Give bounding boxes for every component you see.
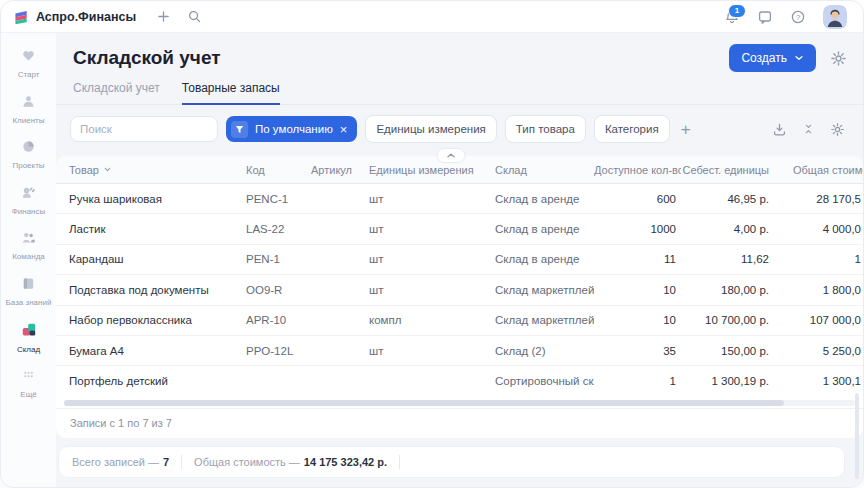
table-cell: Склад в аренде [490,223,594,235]
create-button[interactable]: Создать [729,44,816,72]
sidebar-item-label: Старт [18,70,40,80]
column-header[interactable]: Артикул [306,164,364,176]
remove-filter-icon[interactable]: × [340,123,348,136]
column-header[interactable]: Склад [490,164,594,176]
sidebar-item-start[interactable]: Старт [1,42,56,86]
column-header[interactable]: Доступное кол-во [594,164,681,176]
collapse-filters-pill[interactable] [437,148,466,163]
tab-warehouse-accounting[interactable]: Складской учет [73,81,160,105]
table-cell: 4,00 р. [681,223,771,235]
add-icon[interactable] [156,9,171,24]
search-icon[interactable] [187,9,202,24]
active-filter-chip[interactable]: По умолчанию × [226,116,357,142]
total-cost-label: Общая стоимость — [194,456,300,468]
sidebar-item-finances[interactable]: Финансы [1,179,56,223]
total-cost-value: 14 175 323,42 р. [304,456,387,468]
table-cell: 600 [594,193,681,205]
funnel-icon [231,121,248,138]
table-cell: Склад маркетплейса [490,284,594,296]
table-cell: 4 000,0 [771,223,863,235]
table-row[interactable]: Набор первоклассникаAPR-10комплСклад мар… [56,306,863,336]
table-row[interactable]: Подставка под документыOO9-RштСклад марк… [56,275,863,305]
chat-icon[interactable] [757,9,773,25]
table-body: Ручка шариковаяPENC-1штСклад в аренде600… [56,184,863,396]
chevron-up-icon [447,152,456,159]
table-cell: LAS-22 [241,223,306,235]
search-input[interactable] [70,116,218,142]
total-records-value: 7 [163,456,169,468]
create-button-label: Создать [741,51,787,65]
sidebar-item-label: Команда [12,252,45,262]
table-cell: 10 [594,314,681,326]
warehouse-icon [21,322,37,342]
table-cell: 1 300,19 р. [681,375,771,387]
table-row[interactable]: КарандашPEN-1штСклад в аренде1111,621 [56,245,863,275]
table-row[interactable]: ЛастикLAS-22штСклад в аренде10004,00 р.4… [56,214,863,244]
start-icon [21,48,36,67]
table-cell: Склад в аренде [490,193,594,205]
clients-icon [21,94,36,113]
table-cell: шт [364,345,490,357]
page-settings-gear-icon[interactable] [830,50,847,67]
table-cell: 5 250,0 [771,345,863,357]
column-header[interactable]: Общая стоимость [771,164,863,176]
notification-badge: 1 [728,4,746,18]
sidebar-item-more[interactable]: Ещё [1,362,56,406]
user-avatar[interactable] [823,5,847,29]
records-range-text: Записи с 1 по 7 из 7 [56,408,863,438]
active-filter-label: По умолчанию [255,123,333,135]
filter-bar: По умолчанию × Единицы измеренияТип това… [56,105,863,152]
table-cell: 11,62 [681,253,771,265]
sidebar-item-clients[interactable]: Клиенты [1,88,56,132]
filter-chip[interactable]: Единицы измерения [365,115,496,143]
column-header[interactable]: Товар [56,164,241,176]
table-cell: Ручка шариковая [56,193,241,205]
total-records-label: Всего записей — [72,456,159,468]
table-row[interactable]: Бумага А4PPO-12LштСклад (2)35150,00 р.5 … [56,336,863,366]
column-header[interactable]: Себест. единицы [681,164,771,176]
filter-chips: Единицы измеренияТип товараКатегория [365,115,669,143]
sidebar-item-label: Клиенты [12,116,44,126]
table-cell: PEN-1 [241,253,306,265]
sidebar-item-warehouse[interactable]: Склад [1,316,56,361]
totals-bar: Всего записей — 7 Общая стоимость — 14 1… [58,446,845,478]
total-cost: Общая стоимость — 14 175 323,42 р. [194,456,387,468]
app-window: Аспро.Финансы 1 ? [0,0,864,488]
sidebar-item-label: Финансы [12,207,46,217]
tab-goods-stock[interactable]: Товарные запасы [182,81,280,105]
table-settings-gear-icon[interactable] [830,122,845,137]
sidebar-item-projects[interactable]: Проекты [1,133,56,177]
add-filter-icon[interactable]: + [681,121,691,138]
table-cell: PPO-12L [241,345,306,357]
table-cell: шт [364,193,490,205]
sidebar-item-knowledge-base[interactable]: База знаний [1,270,56,314]
brand-flag-icon [14,9,29,25]
table-cell: 28 170,5 [771,193,863,205]
column-header[interactable]: Единицы измерения [364,164,490,176]
table-cell: компл [364,314,490,326]
table-cell: PENC-1 [241,193,306,205]
chevron-down-icon [794,53,804,63]
sidebar-item-team[interactable]: Команда [1,224,56,268]
table-cell: 107 000,0 [771,314,863,326]
app-logo[interactable]: Аспро.Финансы [14,9,136,25]
table-row[interactable]: Портфель детскийСортировочный склад11 30… [56,366,863,395]
column-header[interactable]: Код [241,164,306,176]
topbar: Аспро.Финансы 1 ? [1,1,863,33]
help-icon[interactable]: ? [790,9,806,25]
table-cell: Ластик [56,223,241,235]
filter-chip[interactable]: Тип товара [505,115,586,143]
table-cell: Склад (2) [490,345,594,357]
scrollbar-thumb[interactable] [64,400,784,406]
table-cell: OO9-R [241,284,306,296]
filter-chip[interactable]: Категория [594,115,670,143]
vertical-scrollbar[interactable] [855,393,859,479]
table-cell: 1 [771,253,863,265]
total-records: Всего записей — 7 [72,456,169,468]
export-download-icon[interactable] [772,122,787,137]
collapse-rows-icon[interactable] [802,122,815,136]
table-row[interactable]: Ручка шариковаяPENC-1штСклад в аренде600… [56,184,863,214]
table-cell: шт [364,284,490,296]
notifications-bell-icon[interactable]: 1 [724,9,740,25]
table-cell: Набор первоклассника [56,314,241,326]
